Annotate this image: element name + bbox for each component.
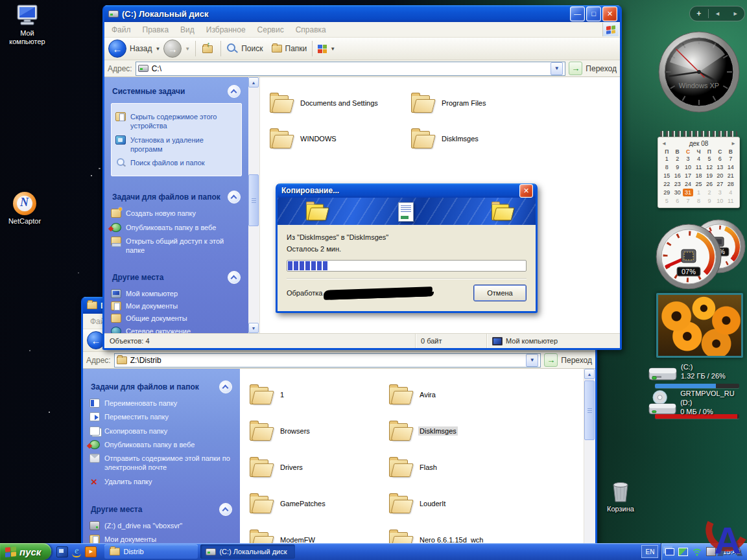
close-button[interactable]: ✕ [602, 6, 617, 21]
back-dropdown-caret[interactable]: ▼ [155, 46, 160, 52]
scroll-thumb[interactable] [584, 380, 595, 440]
calendar-day-cell[interactable]: 19 [704, 172, 715, 180]
calendar-day-cell[interactable]: 3 [683, 155, 693, 163]
calendar-day-cell[interactable]: 29 [661, 189, 672, 196]
views-icon[interactable] [318, 45, 327, 53]
menu-item[interactable]: Файл [106, 24, 137, 36]
network-tray-icon[interactable] [665, 548, 674, 555]
task-link[interactable]: Переместить папку [89, 412, 233, 421]
scroll-up-button[interactable]: ▲ [248, 77, 259, 88]
task-link[interactable]: Скрыть содержимое этого устройства [115, 112, 237, 131]
task-link[interactable]: Опубликовать папку в вебе [89, 440, 233, 449]
calendar-day-cell[interactable]: 30 [672, 189, 682, 196]
folder-tile[interactable]: Drivers [249, 449, 388, 485]
calendar-prev-icon[interactable]: ◄ [661, 141, 667, 146]
calendar-day-cell[interactable]: 5 [661, 197, 672, 205]
collapse-chevron-icon[interactable] [228, 85, 241, 98]
recycle-bin[interactable]: Корзина [600, 480, 641, 513]
folders-label[interactable]: Папки [285, 44, 307, 53]
task-link[interactable]: Отправить содержимое этой папки по элект… [89, 454, 233, 472]
calendar-day-cell[interactable]: 6 [715, 155, 725, 163]
collapse-chevron-icon[interactable] [228, 191, 241, 204]
calendar-day-cell[interactable]: 7 [683, 197, 693, 205]
calendar-day-cell[interactable]: 8 [661, 163, 672, 171]
win1-titlebar[interactable]: (C:) Локальный диск — □ ✕ [104, 5, 620, 22]
calendar-day-cell[interactable]: 6 [672, 197, 682, 205]
display-tray-icon[interactable] [678, 548, 688, 556]
calendar-day-cell[interactable]: 7 [726, 155, 736, 163]
search-icon[interactable] [226, 43, 238, 54]
back-label[interactable]: Назад [130, 44, 152, 53]
show-desktop-icon[interactable] [56, 546, 68, 557]
calendar-day-cell[interactable]: 5 [704, 155, 715, 163]
menu-item[interactable]: Правка [137, 24, 175, 36]
address-dropdown-button[interactable]: ▼ [526, 354, 538, 367]
folder-tile[interactable]: Program Files [410, 85, 620, 121]
task-link[interactable]: Удалить папку [89, 477, 233, 486]
calendar-day-cell[interactable]: 4 [693, 155, 704, 163]
close-button[interactable]: ✕ [519, 184, 533, 198]
calendar-day-cell[interactable]: 10 [683, 163, 693, 171]
calendar-day-cell[interactable]: 28 [726, 180, 736, 188]
folder-tile[interactable]: Documents and Settings [269, 85, 410, 121]
internet-explorer-icon[interactable]: e [72, 546, 81, 557]
clock-gadget[interactable]: Windows XP [657, 30, 741, 114]
cancel-button[interactable]: Отмена [473, 285, 527, 301]
calendar-day-cell[interactable]: 18 [693, 172, 704, 180]
place-link[interactable]: Мои документы [111, 301, 242, 310]
dock-prev-button[interactable]: ◄ [709, 10, 727, 17]
calendar-day-cell[interactable]: 14 [726, 163, 736, 171]
calendar-day-cell[interactable]: 12 [704, 163, 715, 171]
taskbar-button-distrib[interactable]: Distrib [104, 544, 198, 559]
folder-tile[interactable]: Avira [388, 377, 584, 413]
calendar-day-cell[interactable]: 17 [683, 172, 693, 180]
collapse-chevron-icon[interactable] [228, 271, 241, 284]
go-icon[interactable]: → [569, 62, 582, 75]
dialog-titlebar[interactable]: Копирование... ✕ [278, 183, 536, 198]
task-link[interactable]: Поиск файлов и папок [115, 158, 237, 167]
language-indicator[interactable]: EN [641, 545, 658, 558]
address-input[interactable]: C:\ ▼ [136, 62, 566, 76]
place-link[interactable]: Общие документы [111, 314, 242, 323]
address-input[interactable]: Z:\Distrib ▼ [114, 353, 541, 368]
calendar-day-cell[interactable]: 11 [726, 197, 736, 205]
calendar-day-cell[interactable]: 2 [704, 189, 715, 196]
forward-button[interactable]: → [163, 40, 182, 58]
copy-progress-dialog[interactable]: Копирование... ✕ Из "DiskImsges" в "Disk… [276, 183, 538, 313]
calendar-day-cell[interactable]: 2 [672, 155, 682, 163]
calendar-day-cell[interactable]: 20 [715, 172, 725, 180]
folder-tile[interactable]: Flash [388, 449, 584, 485]
place-link[interactable]: Сетевое окружение [111, 327, 242, 333]
calendar-day-cell[interactable]: 25 [693, 180, 704, 188]
win2-files-scrollbar[interactable]: ▲ ▼ [584, 369, 595, 560]
calendar-day-cell[interactable]: 10 [715, 197, 725, 205]
photo-gadget[interactable] [656, 293, 743, 358]
calendar-day-cell[interactable]: 11 [693, 163, 704, 171]
folder-tile[interactable]: WINDOWS [269, 121, 410, 156]
menu-item[interactable]: Справка [290, 24, 332, 36]
folders-icon[interactable] [272, 45, 282, 52]
calendar-day-cell[interactable]: 4 [726, 189, 736, 196]
media-player-icon[interactable] [85, 546, 97, 557]
search-label[interactable]: Поиск [241, 44, 263, 53]
folder-tile[interactable]: GamePatches [249, 485, 388, 522]
menu-item[interactable]: Сервис [252, 24, 290, 36]
calendar-gadget[interactable]: ◄ дек 08 ► ПВСЧПСВ 123456789101112131415… [658, 131, 740, 216]
calendar-day-cell[interactable]: 22 [661, 180, 672, 188]
desktop-icon-my-computer[interactable]: Мой компьютер [3, 4, 52, 46]
calendar-next-icon[interactable]: ► [731, 141, 736, 146]
scroll-down-button[interactable]: ▼ [248, 323, 259, 333]
calendar-day-cell[interactable]: 23 [672, 180, 682, 188]
minimize-button[interactable]: — [570, 6, 585, 21]
collapse-chevron-icon[interactable] [219, 503, 232, 516]
calendar-day-cell[interactable]: 15 [661, 172, 672, 180]
up-folder-button[interactable]: ↑ [201, 43, 215, 54]
dock-next-button[interactable]: ► [726, 10, 744, 17]
meters-gadget[interactable]: 38% 07% [650, 218, 747, 289]
collapse-chevron-icon[interactable] [219, 380, 232, 393]
calendar-day-cell[interactable]: 8 [693, 197, 704, 205]
task-link[interactable]: Открыть общий доступ к этой папке [111, 237, 242, 255]
calendar-day-cell[interactable]: 21 [726, 172, 736, 180]
calendar-day-cell[interactable]: 1 [693, 189, 704, 196]
scroll-up-button[interactable]: ▲ [584, 369, 595, 379]
